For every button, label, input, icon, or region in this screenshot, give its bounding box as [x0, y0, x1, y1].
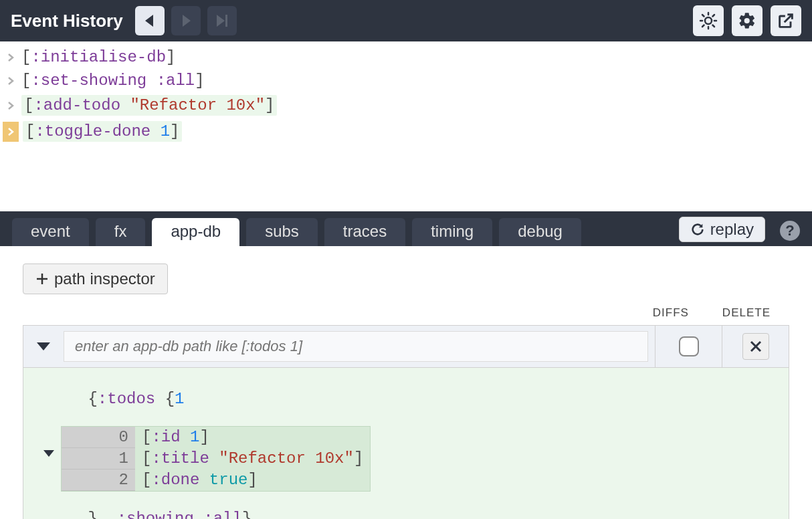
- svg-point-4: [705, 17, 712, 24]
- panel-area: path inspector DIFFS DELETE {:todos {1: [0, 246, 812, 519]
- step-forward-button[interactable]: [171, 6, 201, 35]
- svg-line-9: [702, 15, 704, 17]
- event-row[interactable]: [:add-todo "Refactor 10x"]: [0, 92, 812, 118]
- kv-row: 2[:done true]: [62, 470, 370, 491]
- kv-row: 1[:title "Refactor 10x"]: [62, 448, 370, 470]
- diffs-checkbox[interactable]: [679, 336, 699, 356]
- sun-icon: [699, 11, 718, 30]
- kv-index: 1: [62, 448, 135, 470]
- kv-index: 0: [62, 427, 135, 448]
- chevron-right-icon[interactable]: [4, 127, 17, 136]
- kv-table: 0[:id 1]1[:title "Refactor 10x"]2[:done …: [61, 426, 371, 492]
- triangle-right-icon: [181, 15, 191, 27]
- event-content: [:add-todo "Refactor 10x"]: [21, 95, 277, 116]
- event-row[interactable]: [:set-showing :all]: [0, 69, 812, 92]
- dump-open-line: {:todos {1: [30, 372, 782, 426]
- delete-button[interactable]: [742, 333, 769, 360]
- svg-line-11: [702, 25, 704, 27]
- event-content: [:initialise-db]: [21, 48, 175, 66]
- tab-fx[interactable]: fx: [96, 218, 146, 246]
- theme-toggle-button[interactable]: [693, 5, 724, 36]
- delete-cell: [722, 326, 789, 367]
- tab-event[interactable]: event: [12, 218, 89, 246]
- skip-end-icon: [215, 15, 229, 27]
- nav-buttons: [135, 6, 237, 35]
- plus-icon: [35, 272, 49, 286]
- chevron-right-icon[interactable]: [4, 76, 17, 86]
- svg-marker-0: [145, 15, 153, 27]
- external-link-icon: [777, 11, 795, 30]
- path-inspector-label: path inspector: [54, 270, 155, 288]
- replay-button[interactable]: replay: [679, 217, 765, 242]
- svg-line-10: [713, 25, 715, 27]
- app-db-dump: {:todos {1 0[:id 1]1[:title "Refactor 10…: [23, 368, 789, 519]
- nested-expand-toggle[interactable]: [43, 450, 61, 457]
- event-content: [:set-showing :all]: [21, 72, 205, 90]
- replay-label: replay: [710, 220, 754, 239]
- svg-marker-16: [37, 342, 50, 350]
- settings-button[interactable]: [732, 5, 763, 36]
- tab-traces[interactable]: traces: [324, 218, 405, 246]
- expand-toggle[interactable]: [23, 342, 64, 350]
- kv-value: [:title "Refactor 10x"]: [135, 448, 370, 470]
- close-icon: [749, 340, 763, 353]
- event-row[interactable]: [:toggle-done 1]: [0, 118, 812, 144]
- tab-timing[interactable]: timing: [412, 218, 492, 246]
- svg-line-12: [713, 15, 715, 17]
- path-input[interactable]: [64, 331, 648, 362]
- column-headers: DIFFS DELETE: [23, 306, 789, 320]
- inspector-row: [23, 325, 789, 368]
- triangle-left-icon: [145, 15, 155, 27]
- svg-marker-1: [183, 15, 191, 27]
- kv-value: [:id 1]: [135, 427, 316, 448]
- svg-rect-3: [225, 15, 227, 27]
- header-actions: [693, 5, 801, 36]
- chevron-right-icon[interactable]: [4, 53, 17, 62]
- chevron-down-icon: [37, 342, 50, 350]
- chevron-right-icon[interactable]: [4, 101, 17, 110]
- event-row[interactable]: [:initialise-db]: [0, 45, 812, 69]
- add-path-inspector-button[interactable]: path inspector: [23, 264, 168, 294]
- dump-close-line: }, :showing :all}: [30, 492, 782, 519]
- diffs-header: DIFFS: [653, 306, 689, 320]
- open-external-button[interactable]: [771, 5, 801, 36]
- event-list: [:initialise-db][:set-showing :all][:add…: [0, 41, 812, 144]
- delete-header: DELETE: [722, 306, 771, 320]
- tab-app-db[interactable]: app-db: [152, 218, 239, 246]
- tab-subs[interactable]: subs: [246, 218, 318, 246]
- refresh-icon: [690, 222, 705, 237]
- help-button[interactable]: ?: [780, 221, 800, 241]
- step-back-button[interactable]: [135, 6, 165, 35]
- diffs-cell: [655, 326, 722, 367]
- tab-debug[interactable]: debug: [499, 218, 581, 246]
- event-content: [:toggle-done 1]: [23, 121, 182, 142]
- step-to-end-button[interactable]: [207, 6, 237, 35]
- chevron-down-icon: [43, 450, 54, 457]
- tab-bar: eventfxapp-dbsubstracestimingdebug repla…: [0, 211, 812, 246]
- kv-value: [:done true]: [135, 470, 316, 491]
- gear-icon: [738, 11, 756, 30]
- kv-row: 0[:id 1]: [62, 427, 370, 448]
- header-bar: Event History: [0, 0, 812, 41]
- kv-index: 2: [62, 470, 135, 491]
- svg-marker-2: [217, 15, 225, 27]
- svg-marker-19: [43, 450, 54, 457]
- page-title: Event History: [11, 11, 123, 31]
